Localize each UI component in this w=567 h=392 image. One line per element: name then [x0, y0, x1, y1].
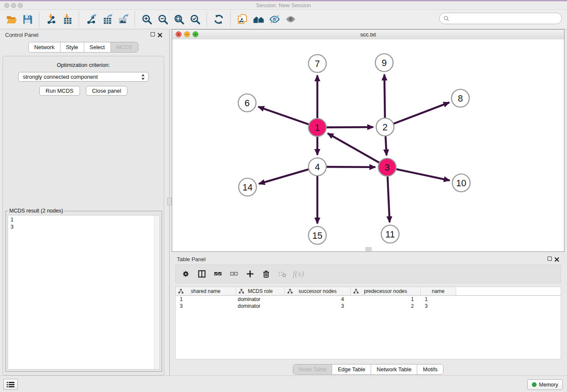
- scrollbar[interactable]: [154, 215, 160, 369]
- optimization-label: Optimization criterion:: [3, 62, 164, 68]
- select-all-button[interactable]: [213, 269, 223, 279]
- graph-node-8[interactable]: 8: [451, 89, 469, 107]
- close-panel-button[interactable]: Close panel: [86, 86, 128, 96]
- graph-node-3[interactable]: 3: [378, 158, 396, 176]
- graph-edge-3-1[interactable]: [328, 133, 380, 163]
- graph-node-14[interactable]: 14: [239, 178, 256, 196]
- tab-node-table[interactable]: Node Table: [293, 364, 332, 374]
- zoom-in-icon: [141, 14, 153, 25]
- zoom-in-button[interactable]: [140, 12, 154, 27]
- float-icon[interactable]: [548, 257, 552, 261]
- status-bar: Memory: [0, 375, 567, 392]
- tab-mcds[interactable]: MCDS: [110, 42, 138, 52]
- zoom-selected-button[interactable]: [188, 12, 202, 27]
- window-title: Session: New Session: [0, 2, 567, 8]
- graph-node-4[interactable]: 4: [308, 158, 326, 176]
- memory-label: Memory: [539, 382, 558, 388]
- trash-button[interactable]: [261, 269, 271, 279]
- import-table-button[interactable]: [60, 12, 74, 27]
- node-table[interactable]: shared nameMCDS rolesuccessor nodesprede…: [175, 287, 561, 359]
- graph-edge-3-11[interactable]: [388, 175, 390, 222]
- function-icon: f(x): [293, 269, 304, 279]
- toolbar-separator: [39, 12, 40, 27]
- graph-edge-3-10[interactable]: [395, 169, 450, 180]
- graph-edge-4-3[interactable]: [325, 167, 375, 167]
- columns-button[interactable]: [197, 269, 207, 279]
- import-network-button[interactable]: [44, 12, 58, 27]
- duplicate-network-button[interactable]: [235, 12, 250, 27]
- svg-text:10: 10: [456, 178, 466, 188]
- zoom-out-button[interactable]: [156, 12, 170, 27]
- zoom-out-icon: [157, 14, 169, 25]
- svg-text:11: 11: [385, 229, 395, 240]
- network-canvas[interactable]: 1234678910111415: [172, 39, 564, 251]
- graph-node-15[interactable]: 15: [308, 226, 326, 244]
- add-icon: [246, 270, 254, 278]
- vertical-splitter[interactable]: [167, 29, 172, 377]
- criterion-select[interactable]: strongly connected component: [18, 72, 149, 82]
- graph-node-7[interactable]: 7: [308, 55, 326, 72]
- mcds-result-title: MCDS result (2 nodes): [8, 208, 64, 214]
- search-input[interactable]: [451, 14, 561, 23]
- graph-node-10[interactable]: 10: [452, 174, 470, 192]
- graph-node-11[interactable]: 11: [381, 225, 399, 243]
- control-panel-title: Control Panel: [5, 32, 39, 38]
- deselect-all-button[interactable]: [229, 269, 239, 279]
- search-box[interactable]: [439, 13, 562, 24]
- table-toolbar: f(x): [175, 265, 561, 283]
- close-icon[interactable]: [157, 32, 162, 37]
- export-image-button[interactable]: [116, 12, 130, 27]
- svg-text:8: 8: [458, 94, 463, 104]
- run-mcds-button[interactable]: Run MCDS: [39, 86, 80, 96]
- table-row[interactable]: 1dominator411: [176, 296, 561, 303]
- export-network-button[interactable]: [84, 12, 98, 27]
- graph-node-2[interactable]: 2: [376, 118, 394, 136]
- gear-button[interactable]: [181, 269, 191, 279]
- graph-edge-2-3[interactable]: [385, 135, 387, 155]
- hide-visual-button[interactable]: [267, 12, 282, 27]
- graph-node-9[interactable]: 9: [375, 54, 393, 72]
- network-graph[interactable]: 1234678910111415: [172, 39, 564, 251]
- column-header-MCDS-role[interactable]: MCDS role: [236, 287, 285, 295]
- float-icon[interactable]: [151, 32, 155, 36]
- refresh-button[interactable]: [212, 12, 226, 27]
- chevron-updown-icon: [141, 74, 145, 83]
- graph-edge-2-9[interactable]: [384, 75, 385, 119]
- save-button[interactable]: [20, 12, 35, 27]
- splitter-handle[interactable]: [167, 198, 172, 205]
- column-header-predecessor-nodes[interactable]: predecessor nodes: [351, 287, 421, 295]
- graph-node-6[interactable]: 6: [238, 94, 256, 112]
- column-header-successor-nodes[interactable]: successor nodes: [285, 287, 351, 295]
- table-cell: 4: [285, 296, 351, 303]
- export-network-icon: [85, 14, 97, 25]
- open-folder-button[interactable]: [4, 12, 19, 27]
- graph-edge-1-2[interactable]: [325, 127, 373, 127]
- table-cell: dominator: [236, 303, 285, 309]
- tab-edge-table[interactable]: Edge Table: [332, 364, 371, 374]
- tab-network-table[interactable]: Network Table: [371, 364, 417, 374]
- home-button[interactable]: [251, 12, 266, 27]
- tab-motifs[interactable]: Motifs: [417, 364, 443, 374]
- graph-edge-1-6[interactable]: [258, 107, 310, 125]
- add-button[interactable]: [245, 269, 255, 279]
- tab-style[interactable]: Style: [60, 42, 84, 52]
- graph-edge-4-14[interactable]: [259, 169, 310, 184]
- table-row[interactable]: 3dominator323: [176, 303, 561, 309]
- application-window: Session: New Session Control Panel Netwo…: [0, 0, 567, 392]
- export-table-button[interactable]: [100, 12, 114, 27]
- tab-network[interactable]: Network: [29, 42, 60, 52]
- memory-button[interactable]: Memory: [527, 379, 563, 390]
- zoom-fit-button[interactable]: [172, 12, 186, 27]
- graph-node-1[interactable]: 1: [308, 119, 326, 136]
- column-header-shared-name[interactable]: shared name: [176, 287, 236, 295]
- show-visual-button: [284, 12, 298, 27]
- close-icon[interactable]: [554, 256, 559, 261]
- column-header-name[interactable]: name: [421, 287, 456, 295]
- table-cell: 1: [351, 296, 421, 303]
- mcds-result-textarea[interactable]: 1 3: [8, 215, 160, 370]
- graph-edge-2-8[interactable]: [393, 102, 449, 124]
- canvas-scroll-handle[interactable]: [366, 247, 372, 251]
- tab-select[interactable]: Select: [84, 42, 110, 52]
- export-table-icon: [102, 14, 113, 25]
- task-history-button[interactable]: [3, 379, 18, 390]
